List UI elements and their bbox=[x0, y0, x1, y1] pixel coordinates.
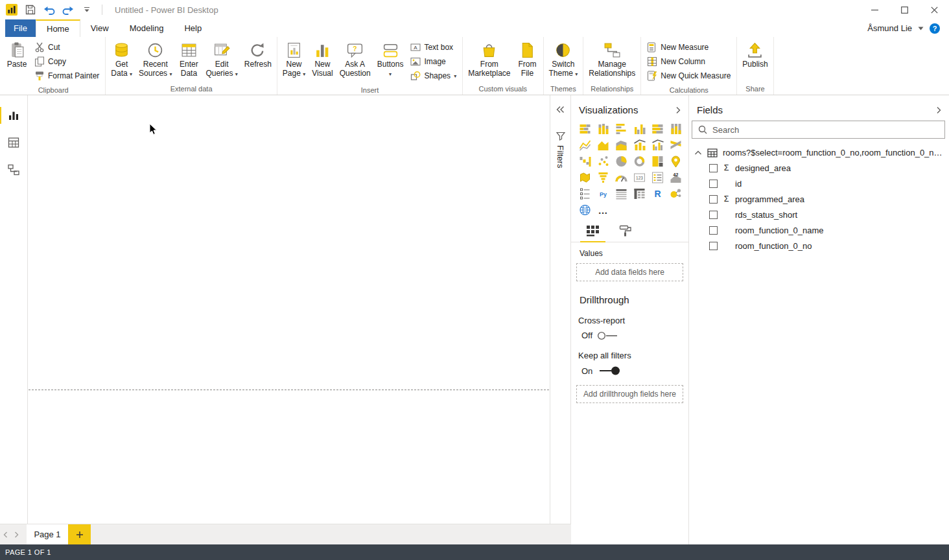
scatter-chart-icon[interactable] bbox=[595, 154, 611, 169]
arcgis-map-icon[interactable] bbox=[577, 203, 592, 217]
kpi-icon[interactable]: 42 bbox=[668, 170, 683, 185]
fields-bucket-tab[interactable] bbox=[580, 224, 605, 242]
help-button[interactable]: ? bbox=[930, 23, 940, 34]
get-data-button[interactable]: GetData ▾ bbox=[108, 38, 135, 78]
funnel-icon[interactable] bbox=[595, 170, 611, 185]
key-influencers-icon[interactable] bbox=[668, 187, 683, 201]
redo-button[interactable] bbox=[62, 3, 75, 17]
field-checkbox[interactable] bbox=[709, 180, 718, 188]
line-and-stacked-column-chart-icon[interactable] bbox=[631, 138, 647, 152]
stacked-bar-chart-icon[interactable] bbox=[577, 122, 592, 136]
filled-map-icon[interactable] bbox=[577, 170, 592, 185]
data-view-button[interactable] bbox=[0, 129, 27, 156]
more-options-icon[interactable]: … bbox=[595, 203, 611, 217]
format-tab[interactable] bbox=[613, 224, 638, 242]
buttons-button[interactable]: Buttons▾ bbox=[374, 38, 407, 78]
tab-help[interactable]: Help bbox=[174, 19, 212, 37]
close-button[interactable] bbox=[919, 0, 949, 19]
expand-filters-button[interactable] bbox=[556, 106, 565, 113]
manage-relationships-button[interactable]: ManageRelationships bbox=[585, 38, 639, 78]
page-tab-page-1[interactable]: Page 1 bbox=[27, 524, 68, 544]
line-chart-icon[interactable] bbox=[577, 138, 592, 152]
save-button[interactable] bbox=[24, 3, 37, 17]
enter-data-button[interactable]: EnterData bbox=[175, 38, 202, 78]
account-dropdown-icon[interactable] bbox=[918, 27, 924, 30]
field-row-room-function-0-name[interactable]: room_function_0_name bbox=[689, 222, 949, 238]
recent-sources-button[interactable]: RecentSources ▾ bbox=[135, 38, 175, 78]
new-quick-measure-button[interactable]: New Quick Measure bbox=[645, 69, 732, 82]
slicer-icon[interactable] bbox=[577, 187, 592, 201]
field-row-rds-status-short[interactable]: rds_status_short bbox=[689, 207, 949, 222]
area-chart-icon[interactable] bbox=[595, 138, 611, 152]
field-row-designed-area[interactable]: Σdesigned_area bbox=[689, 160, 949, 176]
publish-button[interactable]: Publish bbox=[739, 38, 771, 69]
image-button[interactable]: Image bbox=[408, 55, 458, 68]
from-file-button[interactable]: FromFile bbox=[514, 38, 541, 78]
tab-modeling[interactable]: Modeling bbox=[119, 19, 174, 37]
collapse-fields-button[interactable] bbox=[936, 106, 941, 114]
field-checkbox[interactable] bbox=[709, 195, 718, 204]
add-drillthrough-fields-dropzone[interactable]: Add drillthrough fields here bbox=[576, 385, 683, 403]
clustered-bar-chart-icon[interactable] bbox=[613, 122, 629, 136]
100-stacked-column-chart-icon[interactable] bbox=[668, 122, 683, 136]
field-name[interactable]: rds_status_short bbox=[735, 210, 797, 220]
matrix-icon[interactable] bbox=[631, 187, 647, 201]
ribbon-chart-icon[interactable] bbox=[668, 138, 683, 152]
new-visual-button[interactable]: NewVisual bbox=[309, 38, 336, 78]
field-checkbox[interactable] bbox=[709, 226, 718, 235]
100-stacked-bar-chart-icon[interactable] bbox=[650, 122, 665, 136]
map-icon[interactable] bbox=[668, 154, 683, 169]
tab-home[interactable]: Home bbox=[36, 19, 80, 37]
signed-in-user[interactable]: Åsmund Lie bbox=[867, 23, 912, 33]
paste-button[interactable]: Paste bbox=[3, 38, 30, 69]
field-name[interactable]: id bbox=[735, 179, 742, 189]
format-painter-button[interactable]: Format Painter bbox=[32, 69, 101, 82]
report-view-button[interactable] bbox=[0, 102, 27, 129]
clustered-column-chart-icon[interactable] bbox=[631, 122, 647, 136]
python-visual-icon[interactable]: Py bbox=[595, 187, 611, 201]
field-checkbox[interactable] bbox=[709, 242, 718, 250]
report-canvas[interactable] bbox=[29, 95, 550, 524]
table-name[interactable]: rooms?$select=room_function_0_no,room_fu… bbox=[723, 148, 943, 158]
dataset-table-row[interactable]: rooms?$select=room_function_0_no,room_fu… bbox=[689, 139, 949, 160]
new-page-button[interactable] bbox=[68, 524, 91, 544]
field-row-programmed-area[interactable]: Σprogrammed_area bbox=[689, 191, 949, 207]
pie-chart-icon[interactable] bbox=[613, 154, 629, 169]
collapse-visualizations-button[interactable] bbox=[675, 106, 681, 114]
field-row-room-function-0-no[interactable]: room_function_0_no bbox=[689, 238, 949, 253]
next-page-button[interactable] bbox=[11, 524, 22, 544]
refresh-button[interactable]: Refresh bbox=[241, 38, 275, 69]
field-name[interactable]: designed_area bbox=[735, 163, 791, 173]
add-data-fields-dropzone[interactable]: Add data fields here bbox=[576, 263, 683, 281]
treemap-icon[interactable] bbox=[650, 154, 665, 169]
quick-access-dropdown[interactable] bbox=[80, 3, 93, 17]
switch-theme-button[interactable]: SwitchTheme ▾ bbox=[546, 38, 581, 78]
file-tab[interactable]: File bbox=[5, 19, 36, 37]
text-box-button[interactable]: AText box bbox=[408, 41, 458, 54]
field-name[interactable]: programmed_area bbox=[735, 194, 804, 204]
field-row-id[interactable]: id bbox=[689, 176, 949, 191]
gauge-icon[interactable] bbox=[613, 170, 629, 185]
line-and-clustered-column-chart-icon[interactable] bbox=[650, 138, 665, 152]
new-measure-button[interactable]: New Measure bbox=[645, 41, 732, 54]
search-input[interactable] bbox=[712, 125, 939, 135]
tab-view[interactable]: View bbox=[80, 19, 119, 37]
field-checkbox[interactable] bbox=[709, 164, 718, 172]
stacked-column-chart-icon[interactable] bbox=[595, 122, 611, 136]
ask-a-question-button[interactable]: ?Ask AQuestion bbox=[336, 38, 374, 78]
minimize-button[interactable] bbox=[860, 0, 889, 19]
previous-page-button[interactable] bbox=[0, 524, 11, 544]
table-icon[interactable] bbox=[613, 187, 629, 201]
field-checkbox[interactable] bbox=[709, 211, 718, 219]
from-marketplace-button[interactable]: FromMarketplace bbox=[465, 38, 513, 78]
collapse-table-icon[interactable] bbox=[694, 150, 702, 156]
copy-button[interactable]: Copy bbox=[32, 55, 101, 68]
field-name[interactable]: room_function_0_name bbox=[735, 226, 824, 235]
new-column-button[interactable]: New Column bbox=[645, 55, 732, 68]
undo-button[interactable] bbox=[43, 3, 56, 17]
stacked-area-chart-icon[interactable] bbox=[613, 138, 629, 152]
keep-all-filters-toggle[interactable] bbox=[597, 366, 620, 376]
filters-pane-toggle[interactable]: Filters bbox=[556, 132, 565, 168]
maximize-button[interactable] bbox=[889, 0, 919, 19]
donut-chart-icon[interactable] bbox=[631, 154, 647, 169]
